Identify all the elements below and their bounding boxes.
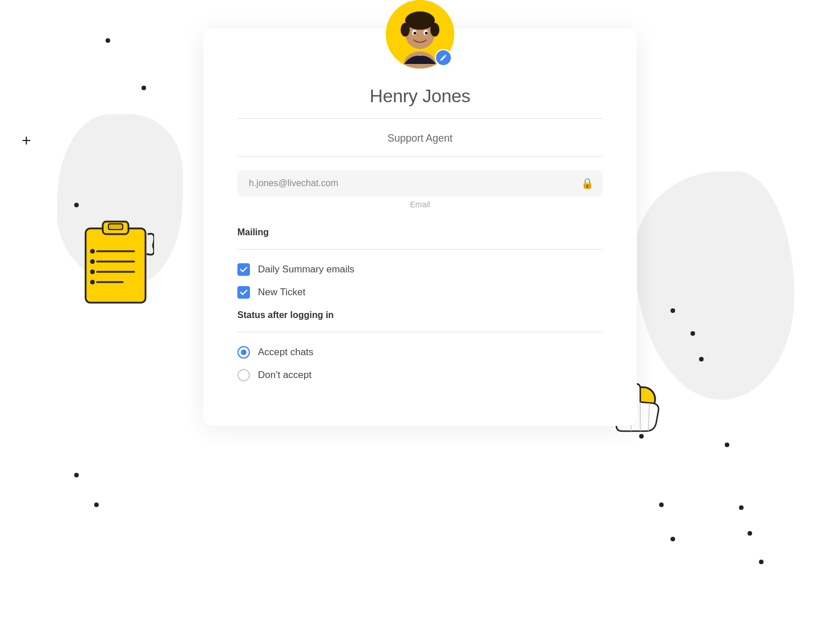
dot-decoration xyxy=(699,357,704,361)
svg-point-9 xyxy=(90,270,95,274)
pencil-icon xyxy=(439,54,447,62)
profile-card: Henry Jones Support Agent h.jones@livech… xyxy=(203,29,637,426)
email-value: h.jones@livechat.com xyxy=(249,178,338,188)
status-section-title: Status after logging in xyxy=(237,310,603,320)
dot-decoration xyxy=(748,531,752,536)
svg-point-23 xyxy=(430,23,439,37)
bg-decoration-right xyxy=(635,171,794,400)
dont-accept-label: Don't accept xyxy=(258,369,312,381)
svg-point-22 xyxy=(401,23,410,37)
avatar-wrapper xyxy=(386,0,454,69)
dot-decoration xyxy=(74,203,79,207)
edit-avatar-button[interactable] xyxy=(435,49,452,66)
svg-point-27 xyxy=(425,32,428,35)
new-ticket-checkbox-item[interactable]: New Ticket xyxy=(237,286,603,299)
user-role: Support Agent xyxy=(237,132,603,144)
dot-decoration xyxy=(690,331,695,336)
dot-decoration xyxy=(759,560,764,564)
svg-rect-2 xyxy=(108,224,123,230)
new-ticket-checkbox[interactable] xyxy=(237,286,250,299)
radio-selected-dot xyxy=(241,349,247,355)
dot-decoration xyxy=(106,38,110,43)
dot-decoration xyxy=(739,505,744,510)
clipboard-illustration xyxy=(80,217,154,308)
checkmark-icon xyxy=(240,266,248,274)
dot-decoration xyxy=(94,503,99,507)
status-divider xyxy=(237,332,603,332)
dont-accept-radio-item[interactable]: Don't accept xyxy=(237,369,603,381)
lock-icon: 🔒 xyxy=(581,177,593,190)
dot-decoration xyxy=(671,537,675,541)
dot-decoration xyxy=(725,443,729,447)
mailing-section-title: Mailing xyxy=(237,227,603,238)
dont-accept-radio[interactable] xyxy=(237,369,250,381)
checkmark-icon xyxy=(240,288,248,296)
daily-summary-label: Daily Summary emails xyxy=(258,264,354,275)
mailing-divider xyxy=(237,249,603,250)
role-divider xyxy=(237,156,603,156)
svg-point-8 xyxy=(90,259,95,264)
daily-summary-checkbox-item[interactable]: Daily Summary emails xyxy=(237,263,603,276)
accept-chats-radio-item[interactable]: Accept chats xyxy=(237,346,603,359)
email-label: Email xyxy=(237,200,603,209)
accept-chats-label: Accept chats xyxy=(258,347,313,358)
avatar-section xyxy=(203,0,637,69)
plus-decoration: + xyxy=(22,132,31,148)
dot-decoration xyxy=(142,86,146,90)
dot-decoration xyxy=(74,473,79,477)
svg-rect-0 xyxy=(86,228,146,303)
card-content: Henry Jones Support Agent h.jones@livech… xyxy=(203,86,637,381)
daily-summary-checkbox[interactable] xyxy=(237,263,250,276)
user-name: Henry Jones xyxy=(237,86,603,107)
svg-point-7 xyxy=(90,249,95,254)
dot-decoration xyxy=(659,503,664,507)
name-divider xyxy=(237,118,603,119)
svg-point-26 xyxy=(414,32,417,35)
accept-chats-radio[interactable] xyxy=(237,346,250,359)
email-field: h.jones@livechat.com 🔒 xyxy=(237,170,603,196)
dot-decoration xyxy=(671,308,675,313)
svg-point-10 xyxy=(90,280,95,284)
svg-point-21 xyxy=(405,11,435,30)
new-ticket-label: New Ticket xyxy=(258,287,305,298)
